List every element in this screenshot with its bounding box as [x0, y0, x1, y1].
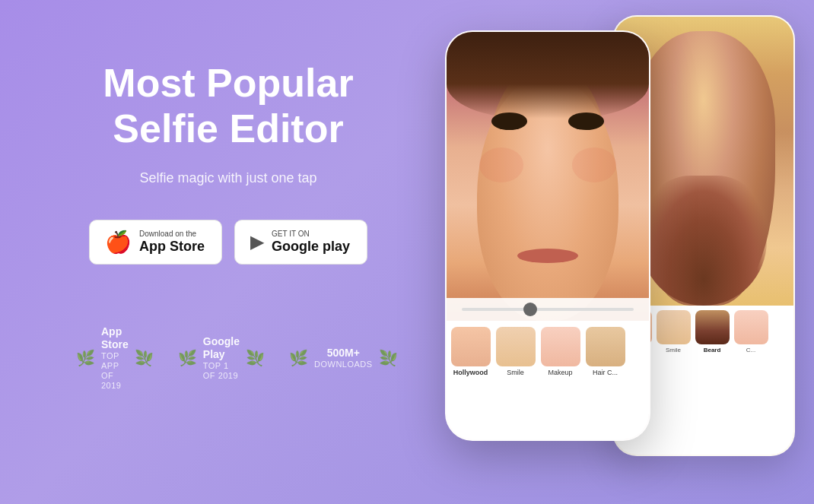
award-googleplay-sub: TOP 1 OF 2019	[203, 361, 240, 381]
google-play-icon: ▶	[250, 231, 264, 252]
thumb-img-hairc	[586, 327, 625, 366]
thumb-label-hairc: Hair C...	[593, 369, 618, 376]
award-googleplay-main: Google Play	[203, 335, 240, 361]
apple-icon: 🍎	[105, 230, 132, 255]
award-appstore-main: App Store	[101, 325, 129, 351]
slider-bar	[447, 298, 649, 321]
thumb-label-smile: Smile	[507, 369, 524, 376]
award-downloads-main: 500M+	[327, 347, 360, 360]
back-thumb-beard: Beard	[694, 310, 730, 450]
left-content: Most Popular Selfie Editor Selfie magic …	[0, 0, 426, 504]
laurel-right-appstore: 🌿	[135, 349, 154, 367]
thumb-label-makeup: Makeup	[548, 369, 572, 376]
back-thumb-label-smile: Smile	[666, 347, 681, 353]
thumb-makeup: Makeup	[539, 327, 581, 433]
phone-container: Hollywood Smile Beard C...	[445, 15, 795, 502]
slider-thumb	[523, 303, 537, 316]
laurel-right-downloads: 🌿	[379, 349, 398, 367]
thumb-img-smile	[496, 327, 536, 366]
back-thumb-label-beard: Beard	[704, 347, 721, 353]
award-downloads: 🌿 500M+ DOWNLOADS 🌿	[289, 347, 398, 369]
awards-row: 🌿 App Store TOP APP OF 2019 🌿 🌿 Google P…	[76, 325, 380, 391]
back-thumb-img-other	[734, 310, 768, 344]
google-play-large-label: Google play	[272, 239, 350, 255]
laurel-left-downloads: 🌿	[289, 349, 308, 367]
award-appstore-sub: TOP APP OF 2019	[101, 351, 129, 391]
woman-face	[447, 32, 649, 321]
back-thumb-img-beard	[695, 310, 730, 344]
slider-track	[462, 308, 634, 311]
thumb-hollywood: Hollywood	[450, 327, 491, 433]
award-appstore: 🌿 App Store TOP APP OF 2019 🌿	[76, 325, 154, 391]
thumb-label-hollywood: Hollywood	[453, 369, 488, 376]
phone-front-screen: Hollywood Smile Makeup Hair C...	[447, 32, 649, 439]
laurel-left-google: 🌿	[178, 349, 197, 367]
back-thumb-label-other: C...	[746, 347, 755, 353]
award-downloads-sub: DOWNLOADS	[314, 360, 373, 369]
back-thumb-smile: Smile	[655, 310, 692, 450]
phone-thumbnails: Hollywood Smile Makeup Hair C...	[447, 321, 649, 439]
laurel-left-appstore: 🌿	[76, 349, 95, 367]
google-play-button[interactable]: ▶ GET IT ON Google play	[234, 220, 367, 265]
phone-front: Hollywood Smile Makeup Hair C...	[445, 30, 650, 441]
subtitle: Selfie magic with just one tap	[76, 170, 380, 186]
back-thumb-other: C...	[733, 310, 769, 450]
thumb-img-hollywood	[451, 327, 491, 366]
thumb-hairc: Hair C...	[584, 327, 626, 433]
main-title: Most Popular Selfie Editor	[76, 61, 380, 152]
award-googleplay: 🌿 Google Play TOP 1 OF 2019 🌿	[178, 335, 265, 381]
hero-section: Most Popular Selfie Editor Selfie magic …	[0, 0, 814, 504]
back-thumb-img-smile	[657, 310, 691, 344]
right-content: Hollywood Smile Beard C...	[426, 0, 814, 504]
app-store-text: Download on the App Store	[139, 230, 205, 255]
thumb-img-makeup	[541, 327, 580, 366]
store-buttons: 🍎 Download on the App Store ▶ GET IT ON …	[76, 220, 380, 265]
app-store-button[interactable]: 🍎 Download on the App Store	[89, 220, 222, 265]
google-play-small-label: GET IT ON	[272, 230, 350, 239]
app-store-small-label: Download on the	[139, 230, 205, 239]
app-store-large-label: App Store	[139, 239, 205, 255]
woman-photo	[447, 32, 649, 321]
thumb-smile: Smile	[494, 327, 536, 433]
google-play-text: GET IT ON Google play	[272, 230, 350, 255]
laurel-right-google: 🌿	[246, 349, 265, 367]
